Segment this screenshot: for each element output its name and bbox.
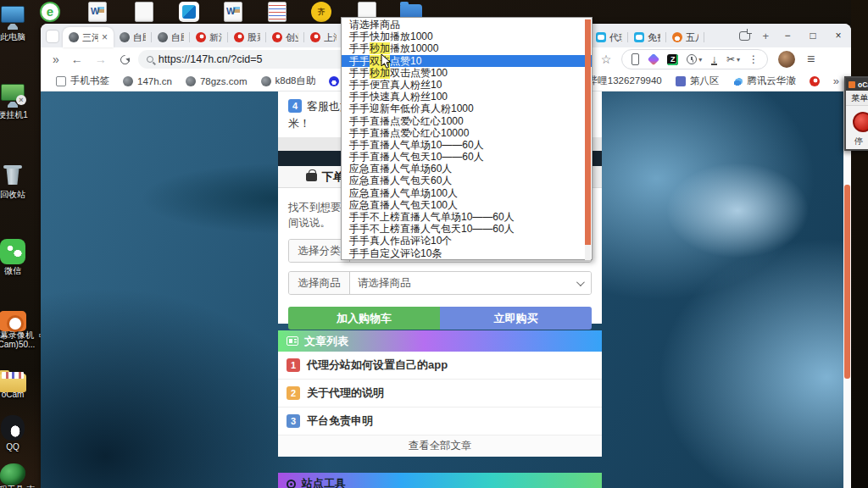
tab-5[interactable]: 股票 [228, 27, 266, 47]
bookmark-item-right-3[interactable]: 第八区 [669, 75, 726, 87]
desktop-top-icon-blue-app[interactable] [176, 2, 202, 24]
page-scrollbar[interactable] [843, 92, 851, 488]
desktop-top-icon-word[interactable] [85, 2, 110, 24]
bookmark-item-left-2[interactable]: 147h.cn [116, 76, 179, 86]
record-button[interactable] [853, 112, 868, 132]
tab-3[interactable]: 自助 [152, 27, 190, 47]
view-all-articles-button[interactable]: 查看全部文章 [278, 435, 602, 457]
article-item-2[interactable]: 2关于代理的说明 [278, 380, 602, 408]
tab-group-icon[interactable] [739, 31, 750, 41]
bookmark-star-icon[interactable]: ☆ [596, 53, 617, 66]
desktop-top-icon-doc[interactable] [131, 2, 157, 24]
dropdown-option-18[interactable]: 手手不上榜直播人气包天10——60人 [342, 223, 592, 235]
desktop-top-icon-qibang[interactable]: 齐 [309, 2, 334, 24]
add-to-cart-button[interactable]: 加入购物车 [288, 307, 440, 330]
globe-icon [123, 76, 133, 86]
desktop-icon-ocam-cam[interactable]: 屏幕录像机(oCam)50... [0, 308, 39, 349]
tab-strip-leading-button[interactable] [46, 30, 59, 43]
dropdown-option-6[interactable]: 手手便宜真人粉丝10 [342, 79, 592, 91]
dropdown-option-1[interactable]: 请选择商品 [342, 19, 592, 30]
back-icon[interactable]: ← [66, 53, 88, 66]
dropdown-scrollbar[interactable] [585, 19, 591, 260]
desktop-icon-plant[interactable]: 远程工具 支 [0, 461, 39, 488]
tab-8[interactable]: 代理 [590, 27, 628, 47]
tab-close-icon[interactable]: × [102, 32, 108, 42]
product-select[interactable]: 请选择商品 [350, 272, 591, 294]
bookmark-item-left-1[interactable]: 手机书签 [49, 75, 116, 87]
dropdown-option-9[interactable]: 手手直播点爱心红心1000 [342, 115, 592, 127]
kebab-menu-icon[interactable]: ⋮ [745, 53, 762, 65]
bookmark-item-right-4[interactable]: 腾讯云华澈 [726, 75, 803, 87]
dropdown-option-7[interactable]: 手手快速真人粉丝100 [342, 91, 592, 103]
browser-menu-icon[interactable]: ≡ [800, 52, 821, 67]
download-icon[interactable]: ↓ [711, 54, 717, 65]
desktop-icon-folder[interactable]: oCam [0, 369, 39, 399]
page-scrollbar-thumb[interactable] [844, 185, 850, 379]
tab-1[interactable]: 三河× [63, 27, 114, 47]
new-tab-button[interactable]: + [756, 30, 775, 42]
desktop-icon-wechat[interactable]: 微信 [0, 239, 39, 275]
dropdown-option-8[interactable]: 手手迎新年低价真人粉1000 [342, 103, 592, 114]
bookmark-item-left-3[interactable]: 78gzs.com [179, 76, 254, 86]
dropdown-option-14[interactable]: 应急直播人气包天60人 [342, 175, 592, 186]
tab-4[interactable]: 新浪 [190, 27, 228, 47]
close-button[interactable]: × [826, 24, 851, 47]
extensions-chevron-icon[interactable]: » [47, 53, 64, 66]
dropdown-option-11[interactable]: 手手直播人气单场10——60人 [342, 139, 592, 151]
globe-icon [261, 76, 271, 86]
dropdown-option-20[interactable]: 手手自定义评论10条 [342, 247, 592, 259]
tab-6[interactable]: 创业 [266, 27, 304, 47]
minimize-button[interactable]: − [775, 24, 800, 47]
bookmark-label: 手机书签 [70, 75, 109, 87]
tab-9[interactable]: 免费 [628, 27, 666, 47]
article-title: 代理分站如何设置自己的app [307, 358, 448, 373]
bookmark-label: 78gzs.com [200, 76, 248, 86]
dropdown-option-13[interactable]: 应急直播人气单场60人 [342, 163, 592, 175]
ocam-title-bar[interactable]: oCam [846, 78, 868, 91]
orange-favicon-icon [672, 32, 682, 42]
desktop-icon-recycle[interactable]: 回收站 [0, 163, 39, 199]
desktop-top-icon-e-browser[interactable]: e [37, 2, 63, 24]
profile-avatar[interactable] [778, 51, 795, 68]
tab-7[interactable]: 上海 [304, 27, 342, 47]
qq-icon [1, 415, 25, 441]
ocam-cam-icon [0, 311, 26, 331]
reload-icon[interactable] [119, 53, 132, 66]
dropdown-option-3[interactable]: 手手秒加播放10000 [342, 42, 592, 54]
desktop-top-icon-text-doc[interactable] [264, 2, 290, 24]
snip-icon[interactable]: ✂▾ [723, 53, 743, 65]
bookmark-item-right-5[interactable] [803, 76, 826, 86]
dropdown-option-4[interactable]: 手手双击点赞10 [342, 55, 592, 67]
article-item-3[interactable]: 3平台免责申明 [278, 408, 602, 435]
gemini-sparkle-icon[interactable] [648, 53, 659, 65]
dropdown-scrollbar-thumb[interactable] [585, 19, 591, 245]
ocam-menu-button[interactable]: 菜单 [846, 91, 868, 106]
dropdown-options: 请选择商品手手快加播放1000手手秒加播放10000手手双击点赞10手手秒加双击… [342, 19, 592, 259]
buy-now-button[interactable]: 立即购买 [440, 307, 592, 330]
article-item-1[interactable]: 1代理分站如何设置自己的app [278, 352, 602, 380]
desktop-icon-pc-green[interactable]: ×便挂机1 [0, 83, 39, 119]
z-extension-icon[interactable]: Z [667, 54, 678, 65]
phone-icon[interactable] [632, 53, 639, 65]
tab-2[interactable]: 自助 [114, 27, 152, 47]
dropdown-option-15[interactable]: 应急直播人气单场100人 [342, 187, 592, 199]
dropdown-option-10[interactable]: 手手直播点爱心红心10000 [342, 127, 592, 139]
desktop-icon-pc[interactable]: 此电脑 [0, 5, 39, 42]
dropdown-option-17[interactable]: 手手不上榜直播人气单场10——60人 [342, 211, 592, 223]
ocam-title-text: oCam [858, 80, 868, 89]
bookmark-item-left-4[interactable]: k8d8自助 [254, 75, 323, 87]
history-icon[interactable]: ▾ [683, 54, 705, 64]
dropdown-option-2[interactable]: 手手快加播放1000 [342, 30, 592, 42]
desktop-top-icon-word[interactable] [220, 2, 246, 24]
url-text[interactable]: https://147h.cn/?cid=5 [159, 53, 263, 65]
tab-10[interactable]: 五八 [666, 27, 704, 47]
dropdown-option-19[interactable]: 手手真人作品评论10个 [342, 235, 592, 247]
bookmarks-overflow-icon[interactable]: » [826, 75, 843, 87]
dropdown-option-16[interactable]: 应急直播人气包天100人 [342, 199, 592, 211]
maximize-button[interactable]: □ [800, 24, 826, 47]
dropdown-option-5[interactable]: 手手秒加双击点赞100 [342, 67, 592, 79]
dropdown-option-12[interactable]: 手手直播人气包天10——60人 [342, 151, 592, 163]
desktop-icon-label: 回收站 [0, 190, 39, 199]
desktop-icon-qq[interactable]: QQ [0, 415, 39, 452]
recycle-icon [0, 163, 27, 188]
